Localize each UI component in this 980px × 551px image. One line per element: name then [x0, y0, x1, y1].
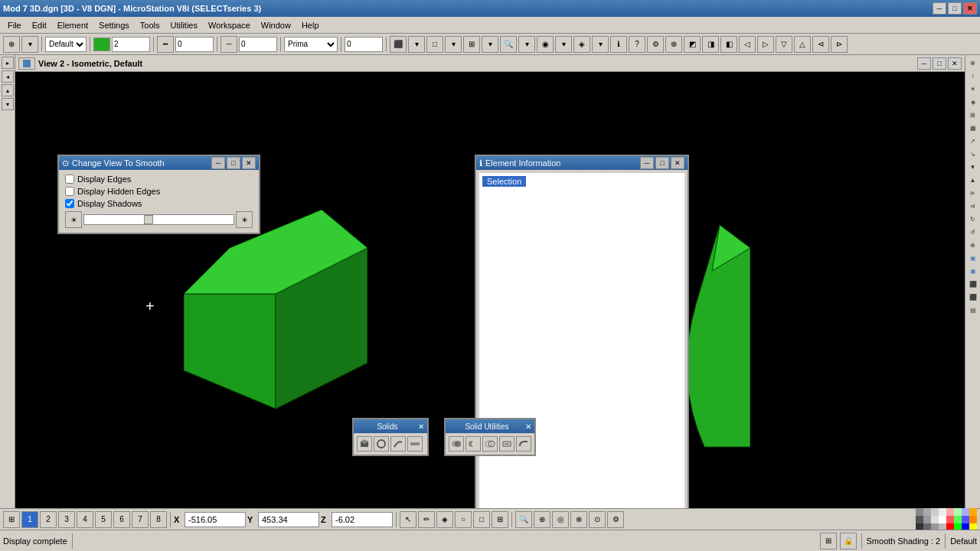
tools-btn-2[interactable]: ▾ — [592, 36, 609, 53]
right-icon-13[interactable]: ↻ — [967, 213, 979, 225]
color-cell-10[interactable] — [923, 516, 931, 523]
left-btn-4[interactable]: ▾ — [2, 98, 14, 110]
extra-btn-5[interactable]: ◧ — [720, 36, 737, 53]
view-num-7[interactable]: 7 — [132, 511, 149, 528]
elem-info-close[interactable]: ✕ — [671, 157, 684, 169]
left-btn-3[interactable]: ▴ — [2, 84, 14, 96]
nav-btn-5[interactable]: ⊲ — [812, 36, 829, 53]
brightness-track[interactable] — [83, 214, 234, 225]
right-icon-7[interactable]: ↗ — [967, 135, 979, 147]
info-btn[interactable]: ℹ — [610, 36, 627, 53]
circle-snap-btn[interactable]: ○ — [455, 511, 472, 528]
snap-mode-btn[interactable]: ↖ — [400, 511, 416, 528]
camera-btn[interactable]: ⊙ — [589, 511, 606, 528]
extra-btn-1[interactable]: ⚙ — [647, 36, 664, 53]
menu-edit[interactable]: Edit — [28, 19, 51, 31]
grid-btn[interactable]: ⊞ — [463, 36, 480, 53]
view-number-btn[interactable]: ⊞ — [3, 511, 20, 528]
solid-utils-close-btn[interactable]: ✕ — [525, 422, 531, 431]
right-icon-11[interactable]: ⊳ — [967, 187, 979, 199]
color-cell-6[interactable] — [954, 508, 962, 516]
zoom-btn[interactable]: 🔍 — [500, 36, 517, 53]
extra-btn-2[interactable]: ⊕ — [665, 36, 682, 53]
display-shadows-checkbox[interactable] — [65, 199, 74, 208]
render-btn[interactable]: ◉ — [537, 36, 554, 53]
lineweight-input[interactable]: 0 — [175, 37, 214, 52]
viewport[interactable]: + — [15, 72, 965, 508]
color-cell-7[interactable] — [962, 508, 969, 516]
solid-utils-intersect-btn[interactable] — [482, 436, 498, 452]
status-icon-2[interactable]: 🔒 — [840, 533, 857, 549]
right-icon-5[interactable]: ⊞ — [967, 109, 979, 121]
text-size-input[interactable] — [345, 37, 383, 52]
color-cell-3[interactable] — [931, 508, 939, 516]
snap-button[interactable]: ⊕ — [3, 36, 20, 53]
nav-btn-1[interactable]: ◁ — [739, 36, 756, 53]
menu-settings[interactable]: Settings — [94, 19, 134, 31]
y-coord-input[interactable] — [258, 512, 319, 527]
right-icon-18[interactable]: ⬛ — [967, 278, 979, 290]
color-cell-5[interactable] — [946, 508, 954, 516]
solid-utils-union-btn[interactable] — [449, 436, 464, 452]
left-btn-1[interactable]: ▸ — [2, 57, 14, 69]
nav-btn-2[interactable]: ▷ — [757, 36, 774, 53]
minimize-button[interactable]: ─ — [933, 2, 946, 15]
right-icon-19[interactable]: ⬛ — [967, 291, 979, 303]
solids-sweep-btn[interactable] — [390, 436, 406, 452]
linestyle-input[interactable]: 0 — [239, 37, 277, 52]
solids-thicken-btn[interactable] — [407, 436, 423, 452]
right-icon-17[interactable]: ▣ — [967, 265, 979, 277]
elem-info-minimize[interactable]: ─ — [640, 157, 654, 169]
close-button[interactable]: ✕ — [963, 2, 977, 15]
solid-utils-subtract-btn[interactable] — [466, 436, 481, 452]
right-icon-16[interactable]: ▣ — [967, 252, 979, 264]
snap-dropdown[interactable]: ▾ — [21, 36, 38, 53]
default-select[interactable]: Default — [45, 37, 87, 52]
right-icon-6[interactable]: ▦ — [967, 122, 979, 134]
view-num-2[interactable]: 2 — [40, 511, 57, 528]
view-num-3[interactable]: 3 — [58, 511, 75, 528]
color-cell-11[interactable] — [931, 516, 939, 523]
lineweight-icon[interactable]: ━ — [157, 36, 174, 53]
menu-utilities[interactable]: Utilities — [166, 19, 202, 31]
measure-btn[interactable]: 🔍 — [515, 511, 532, 528]
render-btn-2[interactable]: ▾ — [555, 36, 572, 53]
color-cell-12[interactable] — [939, 516, 946, 523]
zoom-btn-2[interactable]: ▾ — [518, 36, 535, 53]
view-num-6[interactable]: 6 — [113, 511, 130, 528]
color-cell-4[interactable] — [939, 508, 946, 516]
color-cell-2[interactable] — [923, 508, 931, 516]
right-icon-20[interactable]: ▤ — [967, 304, 979, 316]
menu-tools[interactable]: Tools — [136, 19, 165, 31]
color-cell-9[interactable] — [916, 516, 923, 523]
view-num-8[interactable]: 8 — [150, 511, 167, 528]
lock2-btn[interactable]: ⊗ — [570, 511, 587, 528]
grid-btn-2[interactable]: ▾ — [482, 36, 498, 53]
view-btn-4[interactable]: ▾ — [445, 36, 462, 53]
solids-shell-btn[interactable] — [374, 436, 389, 452]
view-btn-3[interactable]: □ — [426, 36, 443, 53]
right-icon-3[interactable]: ☀ — [967, 83, 979, 95]
extra-btn-4[interactable]: ◨ — [702, 36, 719, 53]
nav-btn-4[interactable]: △ — [794, 36, 811, 53]
nav-btn-3[interactable]: ▽ — [776, 36, 792, 53]
menu-window[interactable]: Window — [256, 19, 296, 31]
color-cell-16[interactable] — [969, 516, 977, 523]
display-edges-checkbox[interactable] — [65, 174, 74, 184]
view-minimize[interactable]: ─ — [917, 57, 931, 70]
smooth-dialog-close[interactable]: ✕ — [242, 157, 256, 169]
nav-btn-6[interactable]: ⊳ — [831, 36, 848, 53]
keypoint-btn[interactable]: ◈ — [436, 511, 453, 528]
menu-workspace[interactable]: Workspace — [204, 19, 255, 31]
color-cell-14[interactable] — [954, 516, 962, 523]
tools-btn-1[interactable]: ◈ — [573, 36, 590, 53]
solid-utils-titlebar[interactable]: Solid Utilities ✕ — [446, 419, 534, 433]
color-btn[interactable] — [93, 37, 110, 51]
element-info-titlebar[interactable]: ℹ Element Information ─ □ ✕ — [476, 156, 688, 170]
display-hidden-edges-checkbox[interactable] — [65, 187, 74, 196]
view-num-4[interactable]: 4 — [77, 511, 93, 528]
right-icon-8[interactable]: ↘ — [967, 148, 979, 160]
smooth-dialog-restore[interactable]: □ — [227, 157, 240, 169]
selection-tag[interactable]: Selection — [482, 176, 526, 187]
color-cell-13[interactable] — [946, 516, 954, 523]
